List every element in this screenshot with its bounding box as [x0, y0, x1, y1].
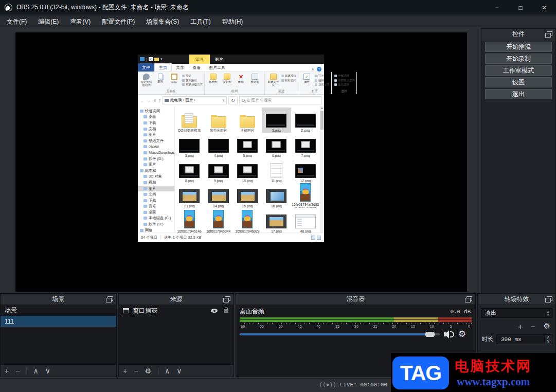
scroll-thumb[interactable]: [320, 111, 324, 130]
ribbon-small-button[interactable]: 全部选择: [334, 74, 355, 78]
breadcrumb[interactable]: 此电脑 › 图片 › ∨: [163, 96, 227, 104]
menu-item[interactable]: 场景集合(S): [140, 15, 185, 28]
remove-transition-button[interactable]: −: [531, 322, 535, 331]
speaker-mute-icon[interactable]: [444, 330, 454, 339]
explorer-sidebar-item[interactable]: MusicDownload1: [138, 150, 174, 156]
add-source-button[interactable]: +: [123, 367, 127, 375]
explorer-sidebar-item[interactable]: 网络: [138, 227, 174, 233]
breadcrumb-path[interactable]: 此电脑 › 图片 ›: [170, 98, 221, 103]
recent-locations-caret[interactable]: ∨: [153, 98, 157, 103]
ribbon-button[interactable]: 固定到快速访问: [139, 73, 153, 88]
file-item[interactable]: 3.png: [175, 133, 204, 158]
control-button[interactable]: 开始推流: [485, 42, 552, 52]
up-button[interactable]: ↑: [159, 98, 162, 103]
transition-properties-gear-button[interactable]: ⚙: [544, 322, 550, 331]
file-item[interactable]: 17.png: [262, 208, 291, 233]
ribbon-button[interactable]: 重命名: [248, 73, 262, 88]
qat-customize-caret[interactable]: ▾: [160, 57, 163, 61]
move-scene-up-button[interactable]: ∧: [33, 367, 38, 375]
explorer-sidebar-item[interactable]: 桌面: [138, 114, 174, 120]
explorer-sidebar-item[interactable]: 桌面: [138, 209, 174, 216]
explorer-sidebar-item[interactable]: 音乐: [138, 204, 174, 210]
explorer-sidebar-item[interactable]: 图片: [138, 186, 174, 192]
explorer-sidebar-item[interactable]: 软件 (D:): [138, 221, 174, 227]
file-item[interactable]: 保存的图片: [204, 108, 232, 133]
address-dropdown-caret[interactable]: ∨: [222, 98, 225, 102]
forward-button[interactable]: →: [147, 98, 151, 103]
preview-canvas[interactable]: | ✓ ▾ 管理 图片 文件 主页 共享 查看 图片工具 ∧ ? 固定到快速访问: [15, 32, 467, 292]
back-button[interactable]: ←: [140, 98, 145, 103]
ribbon-small-button[interactable]: 反向选择: [334, 83, 355, 86]
remove-scene-button[interactable]: −: [15, 367, 20, 375]
duration-input[interactable]: 300 ms: [496, 334, 545, 344]
lock-icon[interactable]: [224, 309, 228, 313]
volume-slider-handle[interactable]: [425, 332, 435, 337]
file-item[interactable]: 13.png: [175, 183, 204, 208]
control-button[interactable]: 退出: [485, 89, 552, 99]
popout-icon[interactable]: [467, 296, 472, 301]
file-item[interactable]: 本机照片: [233, 108, 262, 133]
explorer-sidebar-item[interactable]: 图片: [138, 132, 174, 138]
move-source-down-button[interactable]: ∨: [176, 367, 182, 375]
file-item[interactable]: 15.png: [233, 183, 262, 208]
mixer-dock-header[interactable]: 混音器: [236, 294, 475, 305]
ribbon-small-button[interactable]: 剪切: [182, 74, 203, 78]
file-item[interactable]: 11.png: [262, 158, 291, 183]
menu-item[interactable]: 编辑(E): [32, 15, 64, 28]
close-button[interactable]: ✕: [532, 0, 556, 15]
explorer-sidebar-item[interactable]: 快速访问: [138, 108, 174, 114]
ribbon-tab[interactable]: 主页: [154, 63, 172, 72]
ribbon-button[interactable]: 复制: [153, 73, 167, 88]
add-transition-button[interactable]: +: [518, 322, 523, 331]
ribbon-small-button[interactable]: 新建项目: [281, 74, 296, 78]
move-scene-down-button[interactable]: ∨: [45, 367, 50, 375]
ribbon-collapse-icon[interactable]: ∧: [311, 67, 314, 72]
ribbon-small-button[interactable]: 历史记录: [315, 83, 330, 86]
file-item[interactable]: 10.png: [233, 158, 262, 183]
transition-select-caret[interactable]: ∧∨: [544, 308, 552, 318]
transition-select[interactable]: 淡出 ∧∨: [481, 308, 552, 318]
transitions-dock-header[interactable]: 转场特效: [478, 294, 555, 305]
remove-source-button[interactable]: −: [134, 367, 138, 375]
maximize-button[interactable]: □: [509, 0, 532, 15]
ribbon-tab[interactable]: 文件: [138, 63, 154, 72]
ribbon-small-button[interactable]: 打开: [315, 74, 330, 78]
popout-icon[interactable]: [107, 296, 113, 301]
explorer-sidebar-item[interactable]: 软件 (D:): [138, 156, 174, 162]
explorer-sidebar-item[interactable]: 3D 对象: [138, 174, 174, 180]
popout-icon[interactable]: [225, 296, 230, 301]
file-item[interactable]: 16f601794b14e: [175, 208, 204, 233]
qat-properties-icon[interactable]: ✓: [149, 57, 153, 61]
file-item[interactable]: 16f601794b044: [204, 208, 232, 233]
popout-icon[interactable]: [547, 296, 552, 301]
thumbnail-view-icon[interactable]: [317, 236, 321, 240]
ribbon-button[interactable]: 属性: [300, 73, 314, 88]
control-button[interactable]: 设置: [485, 77, 552, 87]
menu-item[interactable]: 帮助(H): [217, 15, 249, 28]
scene-list-item[interactable]: 111: [1, 316, 116, 327]
file-item[interactable]: 2.png: [291, 108, 320, 133]
ribbon-tab[interactable]: 共享: [172, 63, 188, 72]
ribbon-small-button[interactable]: 粘贴快捷方式: [182, 83, 203, 86]
explorer-sidebar-item[interactable]: 本地磁盘 (C:): [138, 216, 174, 222]
menu-item[interactable]: 查看(V): [64, 15, 96, 28]
file-item[interactable]: 6.png: [262, 133, 291, 158]
file-item[interactable]: 4.png: [204, 133, 232, 158]
ribbon-small-button[interactable]: 编辑: [315, 79, 330, 82]
ribbon-button[interactable]: 移动到: [206, 73, 220, 88]
explorer-sidebar-item[interactable]: 此电脑: [138, 168, 174, 174]
source-properties-gear-button[interactable]: ⚙: [145, 367, 151, 375]
file-item[interactable]: 16.png: [262, 183, 291, 208]
explorer-sidebar-item[interactable]: 壁纸文件: [138, 138, 174, 144]
help-icon[interactable]: ?: [317, 67, 321, 72]
menu-item[interactable]: 配置文件(P): [96, 15, 140, 28]
details-view-icon[interactable]: [311, 236, 315, 240]
menu-item[interactable]: 工具(T): [185, 15, 216, 28]
ribbon-tab[interactable]: 查看: [188, 63, 205, 72]
qat-newfolder-icon[interactable]: [154, 58, 159, 61]
explorer-sidebar-item[interactable]: 下载: [138, 198, 174, 204]
explorer-sidebar-item[interactable]: 视频: [138, 180, 174, 186]
duration-spinner[interactable]: ∧∨: [545, 334, 552, 344]
search-input[interactable]: 在 图片 中搜索: [239, 96, 322, 104]
file-item[interactable]: 9.png: [204, 158, 232, 183]
